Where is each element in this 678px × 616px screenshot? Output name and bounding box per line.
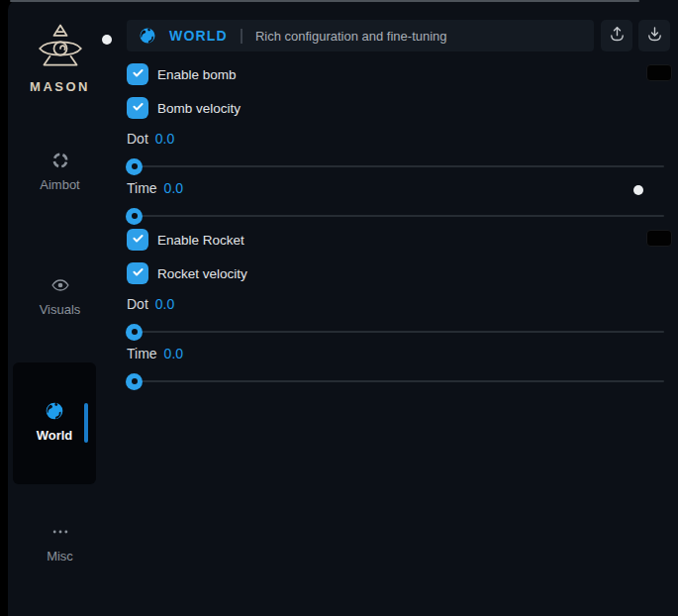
upload-icon [608, 25, 627, 48]
mason-eye-logo-icon [32, 22, 89, 75]
sidebar-item-world[interactable]: World [13, 362, 96, 484]
slider-row: Dot0.0 [127, 131, 672, 176]
checkbox-row: Enable bomb [127, 63, 672, 85]
slider-track[interactable] [127, 380, 664, 382]
check-icon [131, 99, 145, 118]
slider-labels: Time0.0 [127, 346, 672, 361]
upload-config-button[interactable] [601, 20, 632, 51]
checkbox-label: Bomb velocity [157, 101, 241, 116]
color-swatch[interactable] [646, 230, 672, 247]
download-config-button[interactable] [638, 20, 670, 51]
crosshair-icon [50, 151, 70, 170]
mason-window: MASON AimbotVisualsWorldMisc WORLD Rich … [8, 0, 678, 616]
slider-value: 0.0 [164, 180, 183, 196]
slider-value: 0.0 [155, 131, 174, 147]
app-root: MASON AimbotVisualsWorldMisc WORLD Rich … [0, 0, 678, 616]
color-swatch[interactable] [646, 64, 672, 81]
sidebar-item-visuals[interactable]: Visuals [8, 275, 112, 317]
sidebar-item-misc[interactable]: Misc [8, 522, 112, 564]
check-icon [131, 65, 145, 84]
checkbox[interactable] [127, 229, 148, 251]
slider-track[interactable] [127, 165, 664, 167]
slider-row: Time0.0 [127, 346, 672, 391]
sidebar-item-aimbot[interactable]: Aimbot [8, 151, 112, 192]
checkbox-row: Bomb velocity [127, 97, 672, 119]
checkbox-row: Rocket velocity [127, 262, 672, 284]
mason-logo: MASON [8, 22, 112, 94]
sidebar: MASON AimbotVisualsWorldMisc [8, 0, 112, 616]
slider-label: Dot [127, 296, 148, 312]
sidebar-item-label: Aimbot [40, 177, 79, 192]
slider-labels: Time0.0 [127, 180, 672, 196]
page-header: WORLD Rich configuration and fine-tuning [127, 20, 594, 51]
checkbox[interactable] [127, 262, 148, 284]
sidebar-item-label: World [37, 428, 73, 443]
cursor-dot [102, 35, 112, 45]
check-icon [131, 231, 145, 250]
slider-row: Dot0.0 [127, 296, 672, 342]
world-panel: WORLD Rich configuration and fine-tuning… [119, 0, 664, 616]
checkbox[interactable] [127, 97, 148, 119]
slider-thumb[interactable] [126, 373, 143, 390]
checkbox[interactable] [127, 63, 148, 85]
slider-row: Time0.0 [127, 180, 672, 226]
slider-value: 0.0 [155, 296, 174, 312]
slider-thumb[interactable] [126, 158, 143, 175]
slider-thumb[interactable] [126, 208, 143, 225]
ellipsis-icon [50, 522, 70, 542]
checkbox-label: Enable bomb [157, 67, 237, 82]
page-subtitle: Rich configuration and fine-tuning [255, 29, 447, 44]
slider-labels: Dot0.0 [127, 131, 672, 147]
download-icon [645, 25, 664, 48]
slider-label: Dot [127, 131, 148, 147]
slider-track[interactable] [127, 215, 664, 217]
page-title: WORLD [169, 28, 228, 44]
checkbox-label: Rocket velocity [157, 266, 247, 281]
slider-labels: Dot0.0 [127, 296, 672, 312]
slider-label: Time [127, 346, 157, 361]
check-icon [131, 264, 145, 283]
slider-track[interactable] [127, 331, 664, 333]
decoration-dot [633, 185, 643, 195]
globe-icon [45, 401, 64, 421]
sidebar-item-label: Visuals [40, 302, 81, 317]
sidebar-item-label: Misc [47, 549, 73, 564]
slider-label: Time [127, 180, 157, 196]
logo-text: MASON [30, 79, 90, 94]
globe-icon [139, 27, 156, 45]
checkbox-label: Enable Rocket [157, 233, 244, 248]
eye-icon [50, 275, 70, 295]
checkbox-row: Enable Rocket [127, 229, 672, 251]
header-divider [241, 29, 242, 44]
slider-value: 0.0 [164, 346, 183, 361]
slider-thumb[interactable] [126, 324, 143, 341]
